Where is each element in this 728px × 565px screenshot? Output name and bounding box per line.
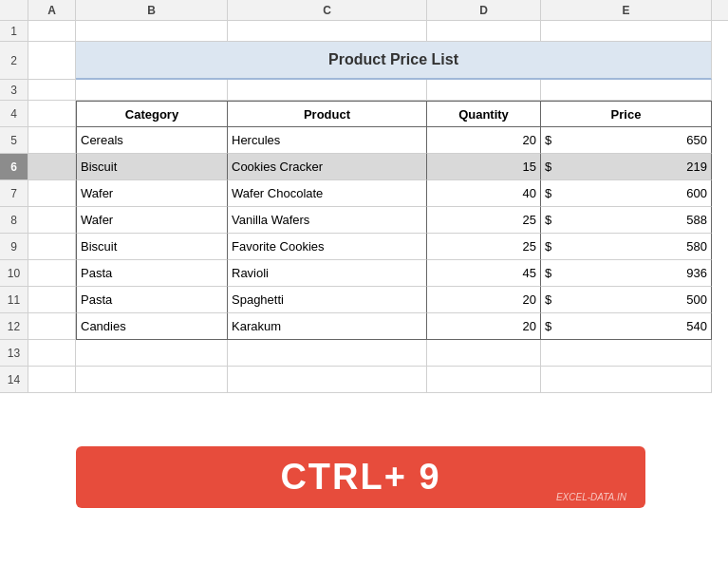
cell-11e[interactable]: $ 500 xyxy=(541,287,712,313)
cell-14b[interactable] xyxy=(76,367,228,393)
cell-1b[interactable] xyxy=(76,21,228,42)
cell-7c[interactable]: Wafer Chocolate xyxy=(228,180,427,207)
price-val-7: 600 xyxy=(686,186,707,200)
cell-5e[interactable]: $ 650 xyxy=(541,127,712,154)
cell-12e[interactable]: $ 540 xyxy=(541,313,712,340)
table-row: Biscuit Favorite Cookies 25 $ 580 xyxy=(28,234,728,260)
cell-11b[interactable]: Pasta xyxy=(76,287,228,313)
cell-9a[interactable] xyxy=(28,234,76,260)
cell-8c[interactable]: Vanilla Wafers xyxy=(228,207,427,234)
row-num-2[interactable]: 2 xyxy=(0,42,28,80)
row-num-8[interactable]: 8 xyxy=(0,207,28,234)
cell-4a[interactable] xyxy=(28,101,76,127)
table-row-selected: Biscuit Cookies Cracker 15 $ 219 xyxy=(28,154,728,180)
cell-1c[interactable] xyxy=(228,21,427,42)
row-num-3[interactable]: 3 xyxy=(0,80,28,101)
column-headers: A B C D E xyxy=(0,0,728,21)
cell-13a[interactable] xyxy=(28,340,76,367)
cell-7e[interactable]: $ 600 xyxy=(541,180,712,207)
cell-9c[interactable]: Favorite Cookies xyxy=(228,234,427,260)
cell-7a[interactable] xyxy=(28,180,76,207)
cell-8e[interactable]: $ 588 xyxy=(541,207,712,234)
price-val-12: 540 xyxy=(686,319,707,333)
cell-9d[interactable]: 25 xyxy=(427,234,541,260)
cell-6a[interactable] xyxy=(28,154,76,180)
cell-10c[interactable]: Ravioli xyxy=(228,260,427,287)
cell-14d[interactable] xyxy=(427,367,541,393)
cell-12c[interactable]: Karakum xyxy=(228,313,427,340)
shortcut-text: CTRL+ 9 xyxy=(280,457,440,498)
price-sym-6: $ xyxy=(545,160,562,174)
cell-5d[interactable]: 20 xyxy=(427,127,541,154)
cell-3e[interactable] xyxy=(541,80,712,101)
row-num-12[interactable]: 12 xyxy=(0,313,28,340)
col-header-b[interactable]: B xyxy=(76,0,228,20)
cell-10e[interactable]: $ 936 xyxy=(541,260,712,287)
cell-10b[interactable]: Pasta xyxy=(76,260,228,287)
cell-6e[interactable]: $ 219 xyxy=(541,154,712,180)
cell-13b[interactable] xyxy=(76,340,228,367)
cell-3d[interactable] xyxy=(427,80,541,101)
cell-6d[interactable]: 15 xyxy=(427,154,541,180)
cell-3c[interactable] xyxy=(228,80,427,101)
row-2: Product Price List xyxy=(28,42,728,80)
cell-11c[interactable]: Spaghetti xyxy=(228,287,427,313)
cell-14c[interactable] xyxy=(228,367,427,393)
row-num-5[interactable]: 5 xyxy=(0,127,28,154)
cell-7b[interactable]: Wafer xyxy=(76,180,228,207)
row-num-11[interactable]: 11 xyxy=(0,287,28,313)
row-num-6[interactable]: 6 xyxy=(0,154,28,180)
cell-2a[interactable] xyxy=(28,42,76,80)
table-row: Cereals Hercules 20 $ 650 xyxy=(28,127,728,154)
cell-8d[interactable]: 25 xyxy=(427,207,541,234)
row-num-14[interactable]: 14 xyxy=(0,367,28,393)
row-num-1[interactable]: 1 xyxy=(0,21,28,42)
table-row: Pasta Spaghetti 20 $ 500 xyxy=(28,287,728,313)
cell-12b[interactable]: Candies xyxy=(76,313,228,340)
price-val-9: 580 xyxy=(686,239,707,254)
cell-11a[interactable] xyxy=(28,287,76,313)
cell-1e[interactable] xyxy=(541,21,712,42)
col-header-d[interactable]: D xyxy=(427,0,541,20)
cell-12a[interactable] xyxy=(28,313,76,340)
cell-3a[interactable] xyxy=(28,80,76,101)
cell-13e[interactable] xyxy=(541,340,712,367)
cell-10d[interactable]: 45 xyxy=(427,260,541,287)
cell-13d[interactable] xyxy=(427,340,541,367)
cell-5b[interactable]: Cereals xyxy=(76,127,228,154)
cell-1d[interactable] xyxy=(427,21,541,42)
row-num-9[interactable]: 9 xyxy=(0,234,28,260)
cell-14e[interactable] xyxy=(541,367,712,393)
cell-12d[interactable]: 20 xyxy=(427,313,541,340)
cell-6b[interactable]: Biscuit xyxy=(76,154,228,180)
cell-10a[interactable] xyxy=(28,260,76,287)
table-row: Pasta Ravioli 45 $ 936 xyxy=(28,260,728,287)
table-row: Candies Karakum 20 $ 540 xyxy=(28,313,728,340)
price-sym-10: $ xyxy=(545,266,562,280)
cell-8b[interactable]: Wafer xyxy=(76,207,228,234)
cell-5a[interactable] xyxy=(28,127,76,154)
row-num-7[interactable]: 7 xyxy=(0,180,28,207)
col-header-e[interactable]: E xyxy=(541,0,712,20)
row-num-4[interactable]: 4 xyxy=(0,101,28,127)
price-sym-8: $ xyxy=(545,213,562,227)
cell-1a[interactable] xyxy=(28,21,76,42)
cell-13c[interactable] xyxy=(228,340,427,367)
cell-5c[interactable]: Hercules xyxy=(228,127,427,154)
cell-9e[interactable]: $ 580 xyxy=(541,234,712,260)
header-product: Product xyxy=(228,101,427,127)
cell-3b[interactable] xyxy=(76,80,228,101)
cell-14a[interactable] xyxy=(28,367,76,393)
row-num-10[interactable]: 10 xyxy=(0,260,28,287)
col-header-a[interactable]: A xyxy=(28,0,76,20)
cell-7d[interactable]: 40 xyxy=(427,180,541,207)
cell-11d[interactable]: 20 xyxy=(427,287,541,313)
row-num-13[interactable]: 13 xyxy=(0,340,28,367)
cell-6c[interactable]: Cookies Cracker xyxy=(228,154,427,180)
cell-8a[interactable] xyxy=(28,207,76,234)
col-header-c[interactable]: C xyxy=(228,0,427,20)
title-cell[interactable]: Product Price List xyxy=(76,42,712,80)
row-3 xyxy=(28,80,728,101)
cell-9b[interactable]: Biscuit xyxy=(76,234,228,260)
price-sym-9: $ xyxy=(545,239,562,254)
